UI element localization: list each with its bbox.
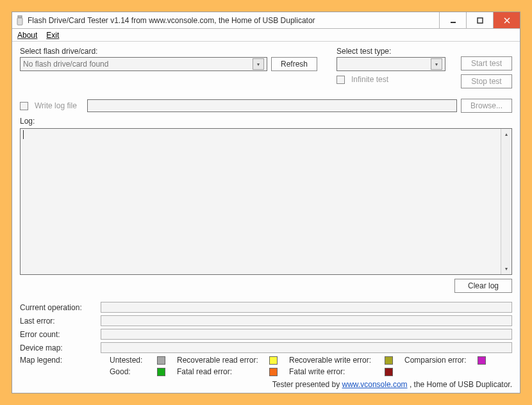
scroll-up-icon[interactable]: ▴: [501, 129, 511, 140]
titlebar: Flash Drive/Card Tester v1.14 from www.v…: [12, 12, 520, 29]
log-label: Log:: [20, 117, 512, 126]
write-log-checkbox[interactable]: [20, 102, 28, 110]
select-test-label: Select test type:: [337, 47, 445, 56]
log-scrollbar[interactable]: ▴ ▾: [501, 129, 511, 274]
swatch-comparison: [478, 356, 486, 365]
swatch-fatal-read: [269, 368, 278, 376]
usb-drive-icon: [16, 15, 24, 26]
legend-recov-read-label: Recoverable read error:: [177, 356, 258, 365]
start-test-button[interactable]: Start test: [461, 56, 512, 70]
select-drive-label: Select flash drive/card:: [20, 47, 317, 56]
svg-rect-0: [18, 15, 22, 18]
legend-comparison-label: Comparsion error:: [404, 356, 467, 365]
swatch-recov-read: [269, 356, 278, 365]
scroll-down-icon[interactable]: ▾: [501, 263, 511, 274]
minimize-button[interactable]: [439, 12, 466, 28]
legend-recov-write-label: Recoverable write error:: [289, 356, 371, 365]
chevron-down-icon: ▾: [431, 58, 442, 70]
close-button[interactable]: [493, 12, 520, 28]
chevron-down-icon: ▾: [253, 58, 264, 70]
current-operation-field: [101, 302, 512, 313]
device-map-label: Device map:: [20, 343, 97, 352]
log-textarea[interactable]: ▴ ▾: [20, 128, 512, 275]
current-operation-label: Current operation:: [20, 303, 97, 312]
legend-fatal-read-label: Fatal read error:: [177, 367, 232, 376]
window-title: Flash Drive/Card Tester v1.14 from www.v…: [28, 16, 439, 25]
error-count-label: Error count:: [20, 330, 97, 339]
footer-prefix: Tester presented by: [272, 380, 342, 389]
legend-grid: Untested: Recoverable read error: Recove…: [110, 356, 512, 376]
swatch-good: [157, 368, 165, 376]
error-count-field: [101, 329, 512, 340]
refresh-button[interactable]: Refresh: [271, 57, 317, 71]
test-type-dropdown[interactable]: ▾: [337, 57, 445, 71]
footer: Tester presented by www.vconsole.com , t…: [20, 380, 512, 389]
menu-about[interactable]: About: [17, 31, 37, 40]
device-map-field: [101, 342, 512, 353]
swatch-fatal-write: [385, 368, 393, 376]
last-error-label: Last error:: [20, 317, 97, 326]
menubar: About Exit: [12, 29, 520, 42]
infinite-test-label: Infinite test: [351, 75, 388, 84]
app-window: Flash Drive/Card Tester v1.14 from www.v…: [12, 12, 520, 393]
footer-link[interactable]: www.vconsole.com: [342, 380, 408, 389]
map-legend-label: Map legend:: [20, 356, 110, 376]
clear-log-button[interactable]: Clear log: [454, 279, 512, 293]
swatch-recov-write: [385, 356, 393, 365]
maximize-button[interactable]: [466, 12, 493, 28]
drive-dropdown-text: No flash drive/card found: [23, 60, 108, 69]
log-file-path-input[interactable]: [87, 99, 457, 112]
footer-suffix: , the Home of USB Duplicator.: [410, 380, 512, 389]
last-error-field: [101, 315, 512, 326]
window-controls: [439, 12, 520, 28]
infinite-test-checkbox[interactable]: [337, 76, 345, 84]
stop-test-button[interactable]: Stop test: [461, 74, 512, 88]
svg-rect-3: [478, 18, 483, 23]
swatch-untested: [157, 356, 165, 365]
write-log-label: Write log file: [35, 101, 83, 110]
svg-rect-2: [451, 22, 456, 23]
legend-fatal-write-label: Fatal write error:: [289, 367, 345, 376]
svg-rect-1: [17, 18, 22, 25]
browse-button[interactable]: Browse...: [461, 99, 512, 113]
legend-good-label: Good:: [110, 367, 131, 376]
legend-untested-label: Untested:: [110, 356, 142, 365]
menu-exit[interactable]: Exit: [46, 31, 59, 40]
drive-dropdown[interactable]: No flash drive/card found ▾: [20, 57, 267, 71]
